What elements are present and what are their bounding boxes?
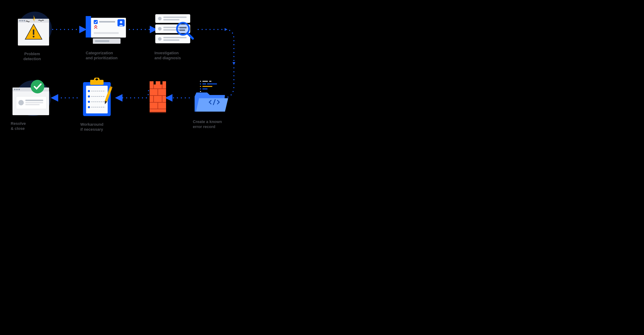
svg-point-31 (158, 37, 162, 41)
svg-rect-42 (90, 80, 104, 85)
step-resolve-close: Resolve & close (11, 78, 52, 131)
step-label: Resolve (11, 121, 26, 126)
svg-point-45 (88, 95, 90, 98)
svg-point-57 (14, 89, 16, 90)
folder-code-icon (193, 78, 228, 116)
check-window-icon (11, 78, 52, 118)
step-label: Workaround (80, 122, 104, 126)
svg-rect-18 (99, 21, 115, 22)
step-problem-detection: Problem detection (12, 11, 52, 62)
svg-rect-38 (180, 30, 185, 31)
svg-rect-33 (163, 40, 180, 41)
step-label: and diagnosis (154, 56, 181, 60)
step-label: Problem (24, 52, 40, 56)
svg-point-61 (18, 100, 24, 105)
step-label: and prioritization (86, 56, 118, 60)
svg-rect-41 (86, 86, 108, 114)
svg-rect-17 (94, 20, 98, 24)
svg-rect-62 (25, 100, 43, 101)
step-workaround: Workaround if necessary (80, 78, 116, 132)
svg-point-47 (88, 106, 90, 108)
search-list-icon (154, 14, 196, 47)
step-label: detection (24, 56, 41, 61)
svg-point-46 (88, 101, 90, 103)
svg-point-20 (120, 21, 122, 24)
step-categorization: Categorization and prioritization (86, 14, 127, 61)
step-investigation: Investigation and diagnosis (154, 14, 196, 61)
step-label: & close (11, 126, 25, 131)
svg-rect-37 (180, 27, 186, 28)
svg-rect-11 (33, 30, 34, 35)
svg-point-8 (19, 20, 21, 22)
svg-point-23 (158, 17, 162, 20)
svg-point-59 (18, 89, 20, 90)
step-error-record: Create a known error record (193, 78, 228, 130)
svg-rect-21 (94, 32, 119, 34)
step-label: if necessary (80, 127, 103, 132)
svg-rect-63 (25, 102, 43, 103)
clipboard-icon (80, 78, 116, 118)
svg-point-12 (33, 36, 34, 38)
svg-rect-15 (95, 40, 109, 42)
step-label: error record (193, 124, 215, 129)
svg-point-43 (96, 78, 98, 80)
step-label: Create a known (193, 120, 222, 124)
barrier-icon (148, 81, 168, 115)
svg-point-58 (16, 89, 18, 90)
svg-rect-25 (163, 19, 180, 20)
svg-rect-64 (25, 104, 40, 105)
alert-icon (12, 11, 52, 48)
step-label: Categorization (86, 51, 113, 55)
svg-point-27 (158, 27, 162, 30)
process-diagram: Problem detection Categorization (0, 0, 275, 143)
svg-point-65 (31, 80, 44, 94)
svg-point-9 (22, 20, 23, 22)
step-label: Investigation (154, 51, 179, 55)
ticket-icon (86, 14, 127, 47)
svg-rect-32 (163, 37, 186, 38)
svg-rect-24 (163, 16, 186, 18)
svg-point-10 (24, 20, 25, 22)
svg-point-44 (88, 90, 90, 92)
svg-rect-13 (86, 16, 91, 38)
